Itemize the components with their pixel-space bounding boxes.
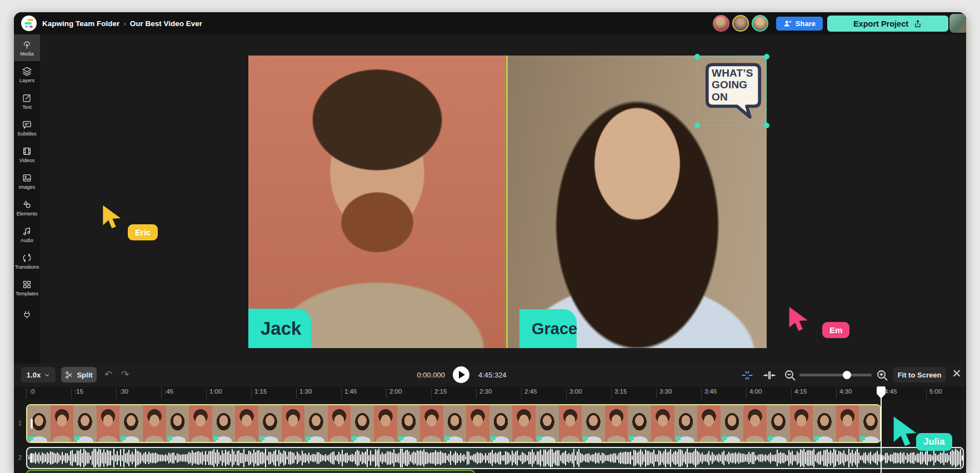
elements-icon bbox=[22, 199, 32, 210]
plugins-icon bbox=[22, 309, 32, 320]
preview-canvas: Jack Grace WHAT’S GOING ON Eric Em bbox=[40, 34, 966, 364]
videos-icon bbox=[22, 146, 32, 157]
sidebar-item-label: Templates bbox=[16, 291, 38, 296]
eric-cursor-icon bbox=[100, 204, 124, 232]
timeline-panel: 1.0x Split ↶ ↷ 0:00.000 4:45:324 bbox=[14, 364, 966, 473]
zoom-out-icon[interactable] bbox=[783, 369, 797, 382]
ruler-tick-100: 1:00 bbox=[206, 388, 222, 399]
playback-speed-button[interactable]: 1.0x bbox=[21, 367, 56, 383]
fit-to-screen-button[interactable]: Fit to Screen bbox=[893, 367, 946, 383]
clip-trim-handle[interactable] bbox=[31, 419, 33, 429]
smart-cut-icon[interactable] bbox=[741, 369, 754, 382]
eric-name: Eric bbox=[135, 228, 151, 237]
ruler-tick-0: :0 bbox=[26, 388, 35, 399]
playhead-line[interactable] bbox=[881, 388, 882, 473]
name-tag-jack[interactable]: Jack bbox=[248, 309, 311, 348]
audio-track-clip[interactable] bbox=[26, 447, 964, 469]
avatar-collaborator-yellow[interactable] bbox=[732, 15, 749, 32]
sidebar-item-plugins[interactable] bbox=[14, 301, 40, 328]
video-thumbnail bbox=[374, 405, 397, 442]
video-clip-left[interactable] bbox=[248, 56, 506, 348]
undo-button[interactable]: ↶ bbox=[104, 369, 112, 380]
video-thumbnail bbox=[397, 405, 421, 442]
timeline-ruler[interactable]: :0:15:30:451:001:151:301:452:002:152:302… bbox=[14, 387, 966, 400]
avatar-collaborator-pink[interactable] bbox=[713, 15, 729, 32]
ruler-tick-30: :30 bbox=[116, 388, 128, 399]
sidebar-item-label: Text bbox=[22, 104, 32, 110]
selection-handle-top-right[interactable] bbox=[764, 54, 769, 59]
name-tag-grace[interactable]: Grace bbox=[519, 309, 577, 348]
video-thumbnail bbox=[559, 405, 582, 442]
layers-icon bbox=[22, 66, 32, 77]
video-thumbnail bbox=[97, 405, 120, 442]
audio-level-line bbox=[27, 455, 963, 456]
close-icon[interactable]: ✕ bbox=[951, 368, 963, 380]
text-icon bbox=[22, 93, 32, 103]
video-thumbnail bbox=[443, 405, 467, 442]
video-track-clip[interactable] bbox=[26, 404, 881, 443]
selection-handle-bottom-left[interactable] bbox=[694, 123, 700, 128]
split-button[interactable]: Split bbox=[61, 367, 97, 383]
sidebar: MediaLayersTextSubtitlesVideosImagesElem… bbox=[14, 34, 40, 364]
track-number-2: 2 bbox=[18, 454, 22, 461]
share-button[interactable]: Share bbox=[776, 17, 823, 31]
sidebar-item-layers[interactable]: Layers bbox=[14, 61, 40, 88]
ruler-tick-200: 2:00 bbox=[386, 388, 402, 399]
sidebar-item-media[interactable]: Media bbox=[14, 34, 40, 61]
add-person-icon bbox=[783, 19, 792, 28]
play-button[interactable] bbox=[453, 366, 469, 383]
export-project-button[interactable]: Export Project bbox=[827, 16, 948, 32]
ruler-tick-145: 1:45 bbox=[341, 388, 357, 399]
selection-handle-bottom-right[interactable] bbox=[764, 123, 769, 128]
sidebar-item-images[interactable]: Images bbox=[14, 168, 40, 194]
redo-button[interactable]: ↷ bbox=[121, 369, 129, 380]
sidebar-item-videos[interactable]: Videos bbox=[14, 141, 40, 168]
video-preview[interactable] bbox=[248, 56, 767, 348]
timeline-toolbar: 1.0x Split ↶ ↷ 0:00.000 4:45:324 bbox=[14, 364, 966, 387]
zoom-slider-thumb[interactable] bbox=[843, 371, 851, 379]
subtitle-track-clip[interactable] bbox=[26, 470, 475, 473]
kapwing-logo-icon[interactable] bbox=[21, 16, 37, 31]
chevron-down-icon bbox=[44, 372, 50, 378]
breadcrumb-folder[interactable]: Kapwing Team Folder bbox=[42, 19, 119, 28]
collaborator-avatars bbox=[713, 15, 768, 32]
sidebar-item-subtitles[interactable]: Subtitles bbox=[14, 114, 40, 141]
export-label: Export Project bbox=[853, 19, 908, 28]
sidebar-item-templates[interactable]: Templates bbox=[14, 274, 40, 301]
video-thumbnail bbox=[628, 405, 651, 442]
total-duration: 4:45:324 bbox=[478, 371, 507, 379]
ruler-tick-400: 4:00 bbox=[746, 388, 762, 399]
clip-trim-handle[interactable] bbox=[31, 453, 33, 463]
breadcrumb-separator-icon: › bbox=[123, 19, 126, 28]
timeline-zoom-slider[interactable] bbox=[799, 374, 872, 376]
templates-icon bbox=[22, 279, 32, 290]
sidebar-item-text[interactable]: Text bbox=[14, 88, 40, 114]
sidebar-item-audio[interactable]: Audio bbox=[14, 221, 40, 248]
sidebar-item-label: Layers bbox=[19, 78, 34, 83]
video-thumbnail bbox=[466, 405, 489, 442]
video-thumbnail bbox=[605, 405, 628, 442]
sidebar-item-elements[interactable]: Elements bbox=[14, 194, 40, 221]
eric-cursor-badge: Eric bbox=[128, 224, 158, 240]
video-thumbnail bbox=[674, 405, 698, 442]
user-profile-avatar[interactable] bbox=[949, 14, 966, 33]
breadcrumb-project-title[interactable]: Our Best Video Ever bbox=[130, 19, 202, 28]
video-thumbnail bbox=[651, 405, 674, 442]
speech-bubble-text[interactable]: WHAT’S GOING ON bbox=[712, 67, 759, 103]
sidebar-item-transitions[interactable]: Transitions bbox=[14, 248, 40, 274]
avatar-collaborator-teal[interactable] bbox=[752, 15, 768, 32]
video-thumbnail bbox=[119, 405, 143, 442]
video-thumbnail bbox=[536, 405, 559, 442]
video-thumbnail bbox=[166, 405, 189, 442]
em-cursor-icon bbox=[786, 306, 812, 335]
grace-label: Grace bbox=[532, 320, 577, 338]
video-thumbnail bbox=[328, 405, 351, 442]
current-time: 0:00.000 bbox=[396, 371, 445, 379]
video-thumbnail bbox=[51, 405, 74, 442]
selection-handle-top-left[interactable] bbox=[694, 54, 700, 59]
trim-to-fit-icon[interactable] bbox=[763, 369, 776, 382]
video-thumbnail bbox=[282, 405, 305, 442]
zoom-in-icon[interactable] bbox=[876, 369, 889, 382]
julia-cursor-badge: Julia bbox=[916, 433, 952, 451]
sidebar-item-label: Audio bbox=[21, 238, 33, 243]
